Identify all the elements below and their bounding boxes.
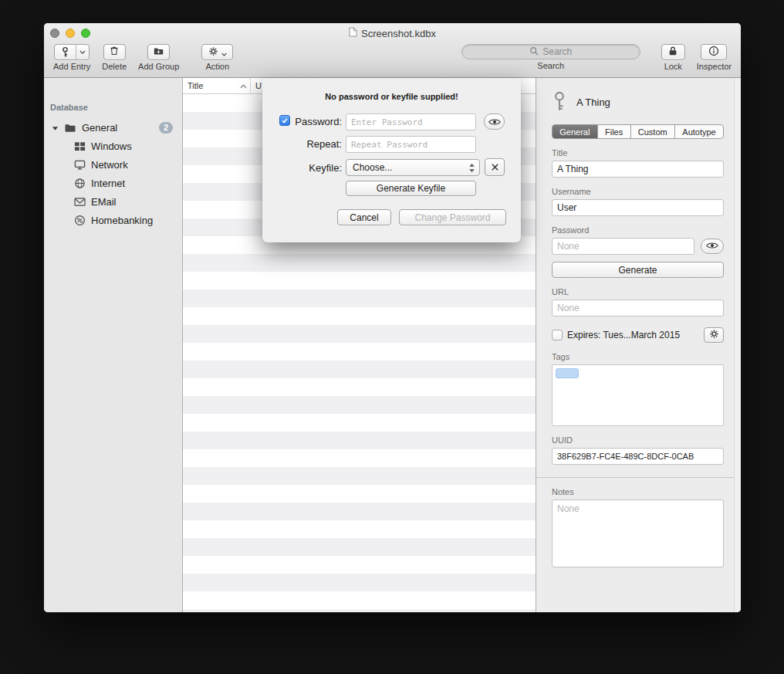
zoom-button[interactable]	[81, 29, 90, 38]
sidebar-item-homebanking[interactable]: Homebanking	[44, 211, 182, 229]
tab-files[interactable]: Files	[597, 125, 630, 138]
sheet-password-input[interactable]	[346, 113, 476, 130]
generate-keyfile-label: Generate Keyfile	[377, 183, 445, 194]
add-group-button[interactable]	[147, 44, 170, 60]
inspector-tabs: General Files Custom Autotype	[552, 124, 724, 139]
add-group-item: Add Group	[138, 44, 179, 71]
lock-item: Lock	[661, 44, 685, 71]
expires-checkbox[interactable]	[552, 330, 563, 340]
search-input[interactable]: Search	[461, 44, 640, 59]
tags-box[interactable]	[552, 364, 724, 426]
expires-row: Expires: Tues...March 2015	[552, 327, 724, 343]
tab-custom[interactable]: Custom	[630, 125, 674, 138]
username-input[interactable]	[552, 199, 724, 216]
password-row	[552, 238, 724, 255]
sidebar-item-internet[interactable]: Internet	[44, 174, 182, 192]
sheet-message: No password or keyfile supplied!	[262, 92, 521, 101]
action-button[interactable]	[201, 44, 233, 60]
inspector-divider	[536, 477, 741, 478]
url-field-label: URL	[552, 287, 724, 296]
generate-password-button[interactable]: Generate	[552, 262, 724, 278]
sidebar-item-email[interactable]: EMail	[44, 192, 182, 211]
title-input[interactable]	[552, 161, 724, 178]
popup-stepper-icon	[468, 163, 475, 173]
notes-field-label: Notes	[552, 487, 724, 496]
delete-button[interactable]	[103, 44, 126, 60]
tag-chip[interactable]	[556, 368, 579, 378]
tab-autotype[interactable]: Autotype	[674, 125, 723, 138]
sidebar-item-windows[interactable]: Windows	[44, 137, 182, 155]
sheet-password-label: Password:	[262, 116, 342, 127]
sidebar-item-label: Internet	[91, 178, 125, 189]
delete-item: Delete	[102, 44, 127, 71]
eye-icon	[706, 241, 718, 252]
add-entry-button[interactable]	[54, 44, 90, 60]
generate-keyfile-button[interactable]: Generate Keyfile	[346, 181, 476, 196]
info-icon	[708, 46, 719, 59]
expires-settings-button[interactable]	[704, 327, 724, 343]
inspector-item: Inspector	[697, 44, 732, 71]
change-password-button[interactable]: Change Password	[399, 209, 506, 225]
key-icon	[552, 90, 567, 115]
sheet-repeat-input[interactable]	[346, 136, 476, 153]
window-title-text: Screenshot.kdbx	[361, 28, 436, 39]
notes-textarea[interactable]	[552, 500, 724, 567]
sidebar-item-label: Homebanking	[91, 215, 153, 226]
add-entry-label: Add Entry	[53, 62, 90, 71]
expires-label: Expires: Tues...March 2015	[567, 330, 680, 340]
password-input[interactable]	[552, 238, 694, 255]
keyfile-popup[interactable]: Choose...	[346, 159, 480, 176]
sheet-reveal-password-button[interactable]	[484, 113, 505, 130]
folder-icon	[64, 121, 76, 134]
tab-general[interactable]: General	[553, 125, 597, 138]
delete-label: Delete	[102, 62, 127, 71]
lock-label: Lock	[664, 62, 682, 71]
close-x-icon	[491, 161, 499, 174]
inspector-button[interactable]	[701, 44, 727, 60]
window-controls	[50, 29, 90, 38]
sheet-keyfile-label: Keyfile:	[262, 162, 342, 174]
folder-plus-icon	[153, 46, 164, 59]
chevron-down-icon[interactable]	[76, 45, 89, 59]
uuid-input[interactable]	[552, 448, 724, 465]
add-entry-item: Add Entry	[53, 44, 90, 71]
reveal-password-button[interactable]	[701, 239, 724, 254]
inspector-header: A Thing	[552, 84, 724, 120]
envelope-icon	[73, 195, 86, 208]
sidebar-item-label: Network	[91, 159, 128, 171]
url-input[interactable]	[552, 300, 724, 317]
sidebar-item-network[interactable]: Network	[44, 155, 182, 174]
minimize-button[interactable]	[66, 29, 75, 38]
password-sheet-dialog: No password or keyfile supplied! Passwor…	[262, 78, 521, 242]
key-plus-icon	[55, 45, 76, 59]
username-field-label: Username	[552, 187, 724, 196]
sheet-repeat-label: Repeat:	[262, 138, 342, 150]
sort-ascending-icon	[240, 81, 247, 90]
inspector-scrollbar-track[interactable]	[734, 78, 741, 612]
sidebar-item-general[interactable]: General 2	[44, 118, 182, 137]
gear-icon	[208, 46, 218, 59]
search-placeholder: Search	[542, 46, 572, 57]
search-icon	[529, 46, 539, 58]
document-icon	[349, 27, 357, 39]
disclosure-triangle-icon[interactable]	[52, 122, 59, 134]
percent-coin-icon	[73, 214, 86, 226]
keyfile-popup-value: Choose...	[353, 162, 392, 173]
title-field-label: Title	[552, 148, 724, 157]
close-button[interactable]	[50, 29, 59, 38]
tags-field-label: Tags	[552, 352, 724, 361]
toolbar: Add Entry Delete Add Group Action	[44, 43, 741, 71]
generate-button-label: Generate	[618, 265, 657, 276]
column-header-title[interactable]: Title	[183, 78, 251, 93]
clear-keyfile-button[interactable]	[485, 158, 505, 176]
entry-title: A Thing	[576, 97, 610, 108]
gear-icon	[709, 329, 719, 341]
action-label: Action	[206, 62, 230, 71]
column-username-label: U	[255, 81, 262, 90]
column-header-username[interactable]: U	[251, 81, 262, 90]
lock-button[interactable]	[661, 44, 685, 60]
lock-icon	[668, 46, 678, 59]
cancel-button[interactable]: Cancel	[337, 209, 391, 225]
titlebar[interactable]: Screenshot.kdbx	[44, 23, 741, 43]
count-badge: 2	[159, 122, 173, 134]
